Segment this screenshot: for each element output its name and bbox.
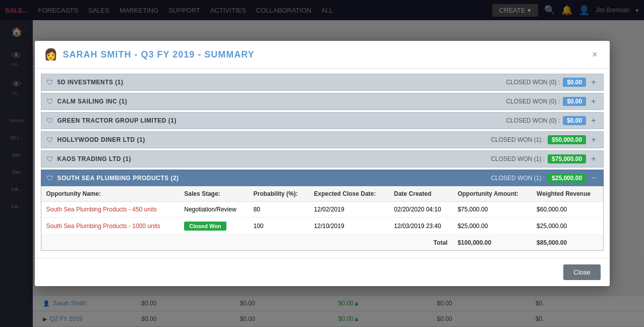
- col-opp-name: Opportunity Name:: [41, 186, 180, 202]
- opp-name-1: South Sea Plumbing Products - 450 units: [41, 202, 180, 217]
- opp-prob-2: 100: [248, 217, 309, 235]
- account-name-calm: CALM SAILING INC (1): [57, 98, 506, 105]
- account-right-green: CLOSED WON (0) : $0.00 +: [506, 116, 598, 125]
- opp-weighted-1: $60,000.00: [532, 202, 603, 217]
- amount-badge-calm: $0.00: [563, 97, 586, 106]
- account-row-hollywood[interactable]: 🛡 HOLLYWOOD DINER LTD (1) CLOSED WON (1)…: [41, 131, 604, 148]
- collapse-btn-southsea[interactable]: −: [589, 174, 598, 183]
- opp-date-created-1: 02/20/2020 04:10: [389, 202, 452, 217]
- modal-overlay: 👩 SARAH SMITH - Q3 FY 2019 - SUMMARY × 🛡…: [0, 0, 644, 327]
- opp-link-1[interactable]: South Sea Plumbing Products - 450 units: [46, 206, 157, 213]
- account-right-hollywood: CLOSED WON (1) : $50,000.00 +: [491, 135, 598, 144]
- opp-prob-1: 80: [248, 202, 309, 217]
- modal-footer: Close: [35, 258, 610, 286]
- amount-badge-green: $0.00: [563, 116, 586, 125]
- col-opp-amount: Opportunity Amount:: [452, 186, 532, 202]
- total-spacer: [41, 235, 389, 251]
- col-weighted-rev: Weighted Revenue: [532, 186, 603, 202]
- modal-body: 🛡 5D INVESTMENTS (1) CLOSED WON (0) : $0…: [35, 69, 610, 258]
- opp-stage-2: Closed Won: [179, 217, 248, 235]
- modal-title: 👩 SARAH SMITH - Q3 FY 2019 - SUMMARY: [44, 48, 255, 61]
- footer-close-button[interactable]: Close: [563, 264, 600, 280]
- closed-won-label-hollywood: CLOSED WON (1) :: [491, 136, 545, 143]
- col-date-created: Date Created: [389, 186, 452, 202]
- expand-btn-calm[interactable]: +: [589, 97, 598, 106]
- col-close-date: Expected Close Date:: [309, 186, 389, 202]
- expand-btn-kaos[interactable]: +: [589, 154, 598, 164]
- modal: 👩 SARAH SMITH - Q3 FY 2019 - SUMMARY × 🛡…: [35, 41, 610, 286]
- shield-icon-green: 🛡: [46, 117, 53, 125]
- closed-won-label-southsea: CLOSED WON (1) :: [491, 175, 545, 182]
- account-name-southsea: SOUTH SEA PLUMBING PRODUCTS (2): [57, 175, 491, 182]
- account-name-green: GREEN TRACTOR GROUP LIMITED (1): [57, 117, 506, 124]
- opp-weighted-2: $25,000.00: [532, 217, 603, 235]
- account-row-southsea[interactable]: 🛡 SOUTH SEA PLUMBING PRODUCTS (2) CLOSED…: [41, 170, 604, 186]
- opp-row-1: South Sea Plumbing Products - 450 units …: [41, 202, 603, 217]
- amount-badge-hollywood: $50,000.00: [548, 135, 586, 144]
- sarah-avatar-icon: 👩: [44, 48, 58, 61]
- shield-icon-hollywood: 🛡: [46, 136, 53, 144]
- closed-won-label-kaos: CLOSED WON (1) :: [491, 155, 545, 162]
- expand-btn-5d[interactable]: +: [589, 78, 598, 87]
- opp-link-2[interactable]: South Sea Plumbing Products - 1000 units: [46, 223, 160, 230]
- account-right-kaos: CLOSED WON (1) : $75,000.00 +: [491, 154, 598, 164]
- amount-badge-5d: $0.00: [563, 78, 586, 87]
- opp-date-created-2: 12/03/2019 23:40: [389, 217, 452, 235]
- account-right-southsea: CLOSED WON (1) : $25,000.00 −: [491, 174, 598, 183]
- modal-header: 👩 SARAH SMITH - Q3 FY 2019 - SUMMARY ×: [35, 41, 610, 69]
- closed-won-label-5d: CLOSED WON (0) :: [506, 79, 560, 86]
- account-name-kaos: KAOS TRADING LTD (1): [57, 155, 491, 162]
- opp-amount-1: $75,000.00: [452, 202, 532, 217]
- opp-stage-1: Negotiation/Review: [179, 202, 248, 217]
- opportunity-table: Opportunity Name: Sales Stage: Probabili…: [41, 186, 603, 250]
- closed-won-badge: Closed Won: [184, 222, 226, 231]
- modal-close-button[interactable]: ×: [589, 49, 601, 60]
- account-right-5d: CLOSED WON (0) : $0.00 +: [506, 78, 598, 87]
- modal-title-text: SARAH SMITH - Q3 FY 2019 - SUMMARY: [63, 49, 255, 60]
- opp-amount-2: $25,000.00: [452, 217, 532, 235]
- expand-btn-hollywood[interactable]: +: [589, 135, 598, 144]
- account-row-calm[interactable]: 🛡 CALM SAILING INC (1) CLOSED WON (0) : …: [41, 93, 604, 110]
- total-amount: $100,000.00: [452, 235, 532, 251]
- amount-badge-kaos: $75,000.00: [548, 154, 586, 164]
- shield-icon-calm: 🛡: [46, 97, 53, 105]
- opp-row-2: South Sea Plumbing Products - 1000 units…: [41, 217, 603, 235]
- closed-won-label-green: CLOSED WON (0) :: [506, 117, 560, 124]
- account-name-5d: 5D INVESTMENTS (1): [57, 79, 506, 86]
- col-probability: Probability (%):: [248, 186, 309, 202]
- shield-icon-5d: 🛡: [46, 78, 53, 86]
- opportunity-table-wrapper: Opportunity Name: Sales Stage: Probabili…: [41, 186, 604, 251]
- shield-icon-southsea: 🛡: [46, 174, 53, 182]
- opp-table-header-row: Opportunity Name: Sales Stage: Probabili…: [41, 186, 603, 202]
- account-row-green[interactable]: 🛡 GREEN TRACTOR GROUP LIMITED (1) CLOSED…: [41, 112, 604, 129]
- opp-name-2: South Sea Plumbing Products - 1000 units: [41, 217, 180, 235]
- shield-icon-kaos: 🛡: [46, 155, 53, 163]
- total-weighted: $85,000.00: [532, 235, 603, 251]
- col-sales-stage: Sales Stage:: [179, 186, 248, 202]
- account-name-hollywood: HOLLYWOOD DINER LTD (1): [57, 136, 491, 143]
- total-label: Total: [389, 235, 452, 251]
- account-right-calm: CLOSED WON (0) : $0.00 +: [506, 97, 598, 106]
- closed-won-label-calm: CLOSED WON (0) :: [506, 98, 560, 105]
- amount-badge-southsea: $25,000.00: [548, 174, 586, 183]
- expand-btn-green[interactable]: +: [589, 116, 598, 125]
- opp-close-date-2: 12/10/2019: [309, 217, 389, 235]
- account-row-kaos[interactable]: 🛡 KAOS TRADING LTD (1) CLOSED WON (1) : …: [41, 150, 604, 168]
- opp-close-date-1: 12/02/2019: [309, 202, 389, 217]
- opp-total-row: Total $100,000.00 $85,000.00: [41, 235, 603, 251]
- account-row-5d[interactable]: 🛡 5D INVESTMENTS (1) CLOSED WON (0) : $0…: [41, 74, 604, 91]
